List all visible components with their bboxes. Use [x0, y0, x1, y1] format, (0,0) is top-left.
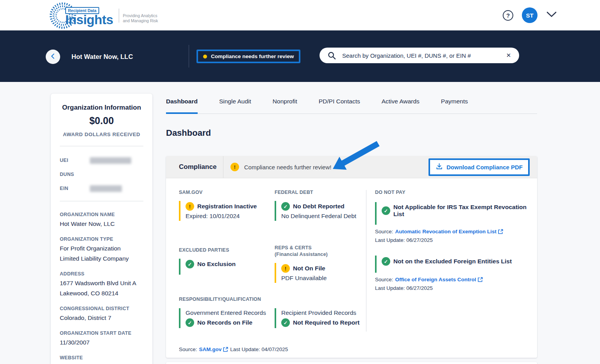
section-federal-debt: FEDERAL DEBT ✓ No Debt Reported No Delin… [275, 190, 364, 221]
check-icon: ✓ [281, 318, 290, 327]
divider [223, 156, 223, 178]
annotation-highlight-box: Download Compliance PDF [429, 158, 530, 176]
section-responsibility-qualification: RESPONSIBILITY/QUALIFICATION Government … [179, 297, 366, 328]
chevron-left-icon [50, 53, 57, 61]
card-title: Compliance [179, 163, 216, 171]
samgov-source-line: Source: SAM.gov Last Update: 04/07/2025 [179, 346, 288, 352]
tab-payments[interactable]: Payments [441, 94, 468, 114]
check-icon: ✓ [281, 202, 290, 211]
section-samgov: SAM.GOV ! Registration Inactive Expired:… [179, 190, 273, 221]
section-do-not-pay: DO NOT PAY ✓ Not Applicable for IRS Tax … [375, 190, 531, 291]
section-excluded-parties: EXCLUDED PARTIES ✓ No Exclusion [179, 247, 273, 275]
redacted-value [90, 157, 131, 164]
tab-pdpi-contacts[interactable]: PD/PI Contacts [319, 94, 360, 114]
user-menu-chevron-down-icon[interactable] [546, 11, 557, 19]
field-congressional-district: CONGRESSIONAL DISTRICT Colorado, Distric… [60, 306, 143, 321]
brand-logo[interactable]: Recipient Data Insights Providing Analyt… [49, 2, 158, 30]
check-icon: ✓ [186, 318, 194, 327]
samgov-source-link[interactable]: SAM.gov [199, 346, 229, 352]
ofac-link[interactable]: Office of Foreign Assets Control [395, 277, 483, 282]
help-icon[interactable]: ? [503, 10, 513, 21]
automatic-revocation-link[interactable]: Automatic Revocation of Exemption List [395, 229, 504, 234]
hero-divider [189, 45, 189, 67]
download-compliance-pdf-button[interactable]: Download Compliance PDF [430, 160, 528, 174]
tab-active-awards[interactable]: Active Awards [382, 94, 420, 114]
compliance-card: Compliance ! Compliance needs further re… [166, 156, 537, 358]
samgov-status-item: ! Registration Inactive Expired: 10/01/2… [179, 201, 273, 221]
dnp-source-line: Source: Office of Foreign Assets Control [375, 277, 531, 282]
status-badge-label: Compliance needs further review [211, 53, 294, 59]
search-bar: ✕ [320, 48, 519, 63]
status-dot-icon [203, 55, 207, 59]
tab-nonprofit[interactable]: Nonprofit [273, 94, 297, 114]
irs-tax-exempt-status-item: ✓ Not Applicable for IRS Tax Exempt Revo… [375, 202, 531, 225]
dnp-source-line: Source: Automatic Revocation of Exemptio… [375, 229, 531, 234]
compliance-alert-text: Compliance needs further review! [244, 164, 331, 170]
check-icon: ✓ [186, 260, 194, 268]
search-icon [327, 51, 336, 62]
external-link-icon [223, 347, 228, 352]
compliance-status-badge: Compliance needs further review [196, 50, 300, 63]
warning-icon: ! [230, 163, 239, 171]
government-entered-records-item: Government Entered Records ✓ No Records … [179, 308, 275, 328]
warning-icon: ! [281, 264, 290, 273]
next-card-partial [166, 362, 537, 364]
reps-certs-status-item: ! Not On File PDF Unavailable [275, 263, 364, 283]
app-header: Recipient Data Insights Providing Analyt… [0, 0, 600, 30]
divider [366, 190, 366, 332]
award-amount: $0.00 [51, 115, 152, 126]
compliance-card-header: Compliance ! Compliance needs further re… [166, 156, 537, 178]
section-reps-certs: REPS & CERTS (Financial Assistance) ! No… [275, 245, 364, 283]
tab-single-audit[interactable]: Single Audit [219, 94, 251, 114]
content-area: Organization Information $0.00 AWARD DOL… [0, 82, 600, 364]
warning-icon: ! [186, 202, 194, 211]
check-icon: ✓ [382, 206, 390, 215]
tab-dashboard[interactable]: Dashboard [166, 94, 198, 114]
field-organization-start-date: ORGANIZATION START DATE 11/30/2007 [60, 330, 143, 346]
id-row-uei: UEI [60, 153, 143, 167]
avatar[interactable]: ST [522, 7, 538, 23]
page-title: Dashboard [166, 128, 211, 138]
back-button[interactable] [46, 50, 60, 64]
field-organization-name: ORGANIZATION NAME Hot Water Now, LLC [60, 212, 143, 227]
award-amount-caption: AWARD DOLLARS RECEIVED [51, 131, 152, 137]
external-link-icon [478, 277, 483, 282]
brand-name: Insights [65, 14, 113, 26]
download-icon [436, 163, 443, 172]
field-website: WEBSITE [60, 355, 143, 360]
tab-bar: Dashboard Single Audit Nonprofit PD/PI C… [166, 94, 537, 114]
logo-divider [119, 9, 119, 23]
recipient-provided-records-item: Recipient Provided Records ✓ Not Require… [275, 308, 360, 328]
external-link-icon [498, 229, 503, 234]
excluded-foreign-entities-status-item: ✓ Not on the Excluded Foreign Entities L… [375, 256, 531, 273]
field-organization-type: ORGANIZATION TYPE For Profit Organizatio… [60, 236, 143, 262]
check-icon: ✓ [382, 257, 390, 266]
organization-info-panel: Organization Information $0.00 AWARD DOL… [51, 94, 152, 364]
organization-name-heading: Hot Water Now, LLC [71, 53, 133, 60]
redacted-value [90, 185, 122, 192]
search-clear-icon[interactable]: ✕ [504, 51, 513, 60]
excluded-parties-status-item: ✓ No Exclusion [179, 259, 273, 275]
field-address: ADDRESS 1677 Wadsworth Blvd Unit A Lakew… [60, 271, 143, 297]
brand-tagline: Providing Analytics and Managing Risk [123, 8, 158, 23]
hero-bar: Hot Water Now, LLC Compliance needs furt… [0, 30, 600, 82]
id-row-ein: EIN [60, 181, 143, 195]
federal-debt-status-item: ✓ No Debt Reported No Delinquent Federal… [275, 201, 364, 221]
panel-title: Organization Information [51, 104, 152, 112]
search-input[interactable] [320, 48, 519, 63]
id-row-duns: DUNS [60, 167, 143, 181]
